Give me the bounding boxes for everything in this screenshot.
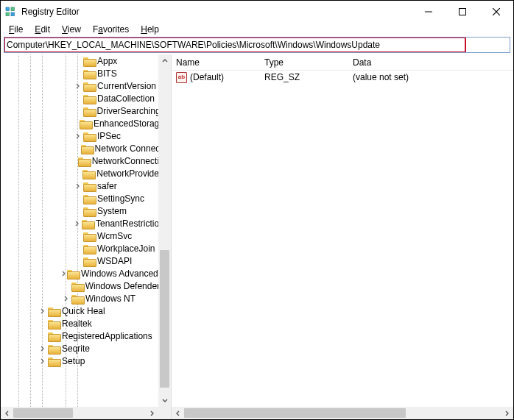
- tree-node[interactable]: Seqrite: [1, 342, 158, 355]
- tree-node-label: Appx: [97, 56, 117, 66]
- tree-node-label: RegisteredApplications: [62, 331, 152, 341]
- menu-favorites[interactable]: Favorites: [88, 24, 134, 35]
- tree-node[interactable]: .Network Connections: [1, 142, 158, 154]
- menu-file[interactable]: File: [4, 24, 28, 35]
- tree-node[interactable]: .RegisteredApplications: [1, 330, 158, 342]
- folder-icon: [82, 168, 94, 178]
- tree-node[interactable]: Windows NT: [1, 292, 158, 305]
- scroll-left-icon[interactable]: [1, 407, 13, 419]
- tree-node-label: safer: [97, 181, 117, 191]
- expander-placeholder: .: [73, 94, 83, 102]
- expander-placeholder: .: [73, 144, 81, 152]
- tree-vertical-scrollbar[interactable]: [158, 54, 171, 407]
- close-button[interactable]: [479, 1, 513, 23]
- tree-node[interactable]: .Appx: [1, 54, 158, 67]
- folder-icon: [71, 293, 83, 303]
- chevron-right-icon[interactable]: [73, 83, 83, 89]
- tree-node-label: NetworkConnectivityStatusIndicator: [92, 156, 158, 166]
- folder-icon: [83, 256, 95, 266]
- scroll-right-icon[interactable]: [501, 407, 513, 419]
- tree-node[interactable]: .BITS: [1, 67, 158, 79]
- expander-placeholder: .: [73, 157, 78, 165]
- folder-icon: [48, 356, 60, 366]
- chevron-right-icon[interactable]: [38, 308, 48, 314]
- tree-node[interactable]: CurrentVersion: [1, 79, 158, 92]
- chevron-right-icon[interactable]: [61, 296, 71, 302]
- chevron-right-icon[interactable]: [61, 271, 67, 277]
- value-row[interactable]: ab(Default)REG_SZ(value not set): [172, 71, 513, 84]
- chevron-right-icon[interactable]: [73, 133, 83, 139]
- expander-placeholder: .: [73, 244, 83, 252]
- tree-node[interactable]: .SettingSync: [1, 192, 158, 204]
- minimize-button[interactable]: [412, 1, 446, 23]
- folder-icon: [83, 193, 95, 203]
- menu-view[interactable]: View: [57, 24, 86, 35]
- tree-node[interactable]: Quick Heal: [1, 305, 158, 317]
- column-header-name[interactable]: Name: [176, 57, 264, 68]
- column-header-data[interactable]: Data: [353, 57, 509, 68]
- tree-node[interactable]: IPSec: [1, 129, 158, 142]
- chevron-right-icon[interactable]: [73, 221, 82, 227]
- tree-node[interactable]: safer: [1, 179, 158, 192]
- folder-icon: [71, 281, 83, 291]
- tree-node[interactable]: .System: [1, 204, 158, 217]
- tree-node-label: DriverSearching: [97, 106, 158, 116]
- tree-node[interactable]: .NetworkConnectivityStatusIndicator: [1, 154, 158, 167]
- folder-icon: [83, 243, 95, 253]
- chevron-right-icon[interactable]: [73, 183, 83, 189]
- tree-node-label: Realtek: [62, 318, 92, 329]
- expander-placeholder: .: [73, 57, 83, 65]
- tree-node[interactable]: Setup: [1, 355, 158, 367]
- tree-node[interactable]: .NetworkProvider: [1, 167, 158, 179]
- expander-placeholder: .: [38, 319, 48, 327]
- scroll-down-icon[interactable]: [158, 394, 171, 407]
- maximize-button[interactable]: [446, 1, 479, 23]
- expander-placeholder: .: [73, 194, 83, 202]
- tree-node[interactable]: TenantRestrictions: [1, 217, 158, 229]
- key-tree[interactable]: .Appx.BITSCurrentVersion.DataCollection.…: [1, 54, 158, 407]
- address-bar[interactable]: Computer\HKEY_LOCAL_MACHINE\SOFTWARE\Pol…: [4, 37, 510, 53]
- chevron-right-icon[interactable]: [38, 358, 48, 364]
- tree-node[interactable]: .WcmSvc: [1, 229, 158, 242]
- scroll-right-icon[interactable]: [146, 407, 158, 419]
- scrollbar-thumb[interactable]: [184, 408, 406, 418]
- expander-placeholder: .: [73, 232, 83, 240]
- tree-node[interactable]: .EnhancedStorageDevices: [1, 117, 158, 129]
- svg-rect-5: [460, 9, 466, 15]
- value-list-pane: Name Type Data ab(Default)REG_SZ(value n…: [172, 54, 513, 419]
- tree-node-label: DataCollection: [97, 93, 155, 104]
- tree-node-label: WcmSvc: [97, 231, 132, 241]
- folder-icon: [48, 306, 60, 316]
- scroll-left-icon[interactable]: [172, 407, 184, 419]
- tree-horizontal-scrollbar[interactable]: [1, 407, 158, 419]
- menu-edit[interactable]: Edit: [29, 24, 55, 35]
- tree-node[interactable]: .WSDAPI: [1, 255, 158, 267]
- tree-node[interactable]: .DataCollection: [1, 92, 158, 104]
- tree-node-label: Windows Defender: [85, 281, 158, 291]
- tree-node[interactable]: .WorkplaceJoin: [1, 242, 158, 255]
- address-bar-text[interactable]: Computer\HKEY_LOCAL_MACHINE\SOFTWARE\Pol…: [4, 38, 465, 52]
- scroll-up-icon[interactable]: [158, 54, 171, 67]
- tree-node[interactable]: .DriverSearching: [1, 104, 158, 117]
- scrollbar-thumb[interactable]: [160, 250, 169, 388]
- column-header-type[interactable]: Type: [264, 57, 353, 68]
- folder-icon: [67, 268, 79, 278]
- tree-node[interactable]: .Windows Defender: [1, 280, 158, 292]
- tree-node-label: Windows Advanced Threat Protection: [81, 268, 158, 279]
- tree-node[interactable]: Windows Advanced Threat Protection: [1, 267, 158, 280]
- tree-node-label: Quick Heal: [62, 306, 105, 316]
- tree-node-label: SettingSync: [97, 193, 144, 204]
- tree-node-label: NetworkProvider: [96, 168, 158, 179]
- expander-placeholder: .: [61, 282, 71, 290]
- expander-placeholder: .: [73, 257, 83, 265]
- tree-node[interactable]: .Realtek: [1, 317, 158, 330]
- folder-icon: [83, 231, 95, 241]
- tree-node-label: Network Connections: [95, 143, 158, 154]
- string-value-icon: ab: [176, 72, 187, 83]
- menu-help[interactable]: Help: [135, 24, 164, 35]
- workspace: .Appx.BITSCurrentVersion.DataCollection.…: [1, 54, 513, 419]
- value-type: REG_SZ: [264, 72, 353, 82]
- chevron-right-icon[interactable]: [38, 346, 48, 352]
- list-horizontal-scrollbar[interactable]: [172, 407, 513, 419]
- scrollbar-thumb[interactable]: [13, 408, 73, 418]
